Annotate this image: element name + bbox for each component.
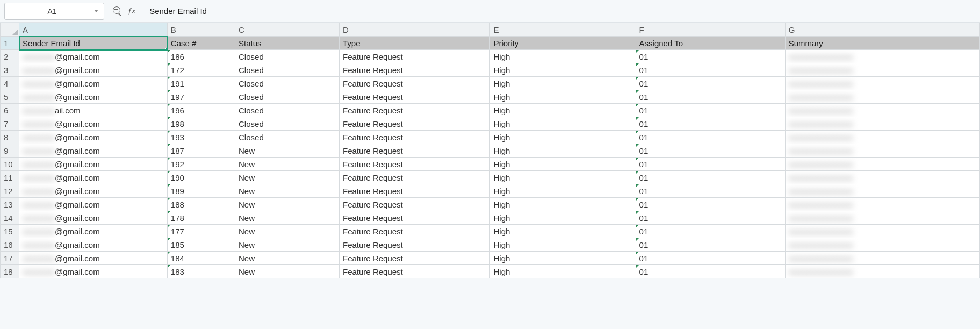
- row-header-3[interactable]: 3: [1, 63, 19, 77]
- cell-summary[interactable]: xxxxxxxxxxxxxxxx: [785, 104, 979, 117]
- cell-email[interactable]: xxxxxxxx@gmail.com: [19, 225, 168, 238]
- zoom-out-icon[interactable]: [113, 6, 122, 16]
- cell-priority[interactable]: High: [490, 211, 636, 225]
- cell-G1[interactable]: Summary: [785, 37, 979, 50]
- cell-assigned[interactable]: 01: [636, 63, 785, 77]
- cell-type[interactable]: Feature Request: [340, 238, 490, 252]
- cell-case[interactable]: 183: [167, 265, 235, 278]
- cell-assigned[interactable]: 01: [636, 198, 785, 211]
- row-header-18[interactable]: 18: [1, 265, 19, 278]
- cell-assigned[interactable]: 01: [636, 225, 785, 238]
- cell-status[interactable]: New: [235, 238, 340, 252]
- cell-case[interactable]: 178: [167, 211, 235, 225]
- cell-case[interactable]: 190: [167, 171, 235, 184]
- cell-summary[interactable]: xxxxxxxxxxxxxxxx: [785, 225, 979, 238]
- cell-summary[interactable]: xxxxxxxxxxxxxxxx: [785, 63, 979, 77]
- cell-summary[interactable]: xxxxxxxxxxxxxxxx: [785, 211, 979, 225]
- cell-type[interactable]: Feature Request: [340, 171, 490, 184]
- cell-email[interactable]: xxxxxxxxail.com: [19, 104, 168, 117]
- cell-email[interactable]: xxxxxxxx@gmail.com: [19, 171, 168, 184]
- row-header-2[interactable]: 2: [1, 50, 19, 63]
- cell-email[interactable]: xxxxxxxx@gmail.com: [19, 131, 168, 144]
- cell-status[interactable]: New: [235, 211, 340, 225]
- cell-priority[interactable]: High: [490, 265, 636, 278]
- cell-status[interactable]: New: [235, 171, 340, 184]
- cell-C1[interactable]: Status: [235, 37, 340, 50]
- cell-priority[interactable]: High: [490, 225, 636, 238]
- cell-case[interactable]: 187: [167, 144, 235, 158]
- cell-status[interactable]: Closed: [235, 131, 340, 144]
- cell-case[interactable]: 191: [167, 77, 235, 90]
- col-header-E[interactable]: E: [490, 23, 636, 37]
- cell-case[interactable]: 188: [167, 198, 235, 211]
- cell-summary[interactable]: xxxxxxxxxxxxxxxx: [785, 131, 979, 144]
- cell-summary[interactable]: xxxxxxxxxxxxxxxx: [785, 144, 979, 158]
- col-header-D[interactable]: D: [340, 23, 490, 37]
- row-header-13[interactable]: 13: [1, 198, 19, 211]
- select-all-corner[interactable]: [1, 23, 19, 37]
- cell-priority[interactable]: High: [490, 90, 636, 104]
- cell-email[interactable]: xxxxxxxx@gmail.com: [19, 144, 168, 158]
- cell-status[interactable]: Closed: [235, 63, 340, 77]
- cell-D1[interactable]: Type: [340, 37, 490, 50]
- cell-case[interactable]: 193: [167, 131, 235, 144]
- fx-icon[interactable]: ƒx: [128, 6, 135, 16]
- cell-summary[interactable]: xxxxxxxxxxxxxxxx: [785, 171, 979, 184]
- cell-priority[interactable]: High: [490, 198, 636, 211]
- cell-status[interactable]: New: [235, 225, 340, 238]
- cell-email[interactable]: xxxxxxxx@gmail.com: [19, 265, 168, 278]
- cell-priority[interactable]: High: [490, 144, 636, 158]
- cell-status[interactable]: Closed: [235, 77, 340, 90]
- cell-status[interactable]: Closed: [235, 50, 340, 63]
- cell-type[interactable]: Feature Request: [340, 50, 490, 63]
- cell-priority[interactable]: High: [490, 63, 636, 77]
- row-header-15[interactable]: 15: [1, 225, 19, 238]
- cell-type[interactable]: Feature Request: [340, 265, 490, 278]
- cell-summary[interactable]: xxxxxxxxxxxxxxxx: [785, 238, 979, 252]
- col-header-B[interactable]: B: [167, 23, 235, 37]
- cell-case[interactable]: 197: [167, 90, 235, 104]
- cell-assigned[interactable]: 01: [636, 90, 785, 104]
- cell-status[interactable]: Closed: [235, 104, 340, 117]
- cell-status[interactable]: New: [235, 184, 340, 198]
- cell-email[interactable]: xxxxxxxx@gmail.com: [19, 198, 168, 211]
- cell-summary[interactable]: xxxxxxxxxxxxxxxx: [785, 77, 979, 90]
- cell-priority[interactable]: High: [490, 184, 636, 198]
- cell-email[interactable]: xxxxxxxx@gmail.com: [19, 50, 168, 63]
- col-header-F[interactable]: F: [636, 23, 785, 37]
- cell-status[interactable]: Closed: [235, 117, 340, 131]
- cell-summary[interactable]: xxxxxxxxxxxxxxxx: [785, 158, 979, 171]
- cell-type[interactable]: Feature Request: [340, 90, 490, 104]
- row-header-4[interactable]: 4: [1, 77, 19, 90]
- spreadsheet-grid[interactable]: A B C D E F G 1 Sender Email Id Case # S…: [0, 23, 980, 278]
- cell-type[interactable]: Feature Request: [340, 144, 490, 158]
- row-header-6[interactable]: 6: [1, 104, 19, 117]
- cell-assigned[interactable]: 01: [636, 265, 785, 278]
- cell-case[interactable]: 192: [167, 158, 235, 171]
- cell-case[interactable]: 177: [167, 225, 235, 238]
- cell-status[interactable]: Closed: [235, 90, 340, 104]
- cell-priority[interactable]: High: [490, 131, 636, 144]
- row-header-16[interactable]: 16: [1, 238, 19, 252]
- cell-assigned[interactable]: 01: [636, 158, 785, 171]
- cell-email[interactable]: xxxxxxxx@gmail.com: [19, 158, 168, 171]
- cell-email[interactable]: xxxxxxxx@gmail.com: [19, 90, 168, 104]
- cell-email[interactable]: xxxxxxxx@gmail.com: [19, 77, 168, 90]
- cell-summary[interactable]: xxxxxxxxxxxxxxxx: [785, 184, 979, 198]
- cell-summary[interactable]: xxxxxxxxxxxxxxxx: [785, 50, 979, 63]
- cell-priority[interactable]: High: [490, 104, 636, 117]
- cell-email[interactable]: xxxxxxxx@gmail.com: [19, 211, 168, 225]
- cell-case[interactable]: 186: [167, 50, 235, 63]
- cell-type[interactable]: Feature Request: [340, 184, 490, 198]
- cell-priority[interactable]: High: [490, 252, 636, 265]
- row-header-7[interactable]: 7: [1, 117, 19, 131]
- cell-type[interactable]: Feature Request: [340, 104, 490, 117]
- cell-summary[interactable]: xxxxxxxxxxxxxxxx: [785, 198, 979, 211]
- cell-summary[interactable]: xxxxxxxxxxxxxxxx: [785, 90, 979, 104]
- cell-type[interactable]: Feature Request: [340, 77, 490, 90]
- formula-input[interactable]: Sender Email Id: [144, 3, 976, 20]
- row-header-8[interactable]: 8: [1, 131, 19, 144]
- cell-status[interactable]: New: [235, 265, 340, 278]
- row-header-11[interactable]: 11: [1, 171, 19, 184]
- cell-assigned[interactable]: 01: [636, 77, 785, 90]
